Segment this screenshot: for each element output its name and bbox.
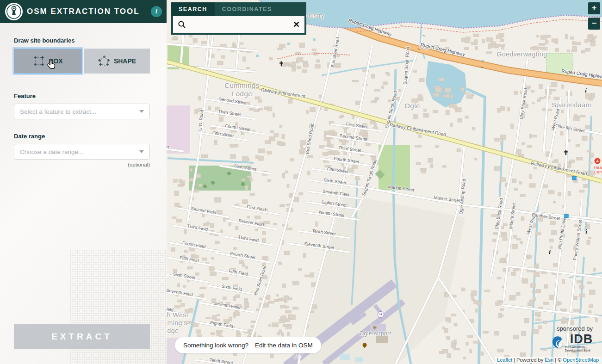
tab-search[interactable]: SEARCH [171, 2, 215, 16]
tab-coordinates[interactable]: COORDINATES [215, 2, 279, 16]
chevron-down-icon [139, 150, 144, 153]
search-icon [178, 20, 186, 29]
feature-label: Feature [14, 93, 36, 99]
info-icon[interactable]: i [151, 6, 162, 17]
idb-wordmark: IDB [565, 333, 598, 345]
map[interactable]: IndustryOgleGoedverwagtingSparendaamCumm… [167, 0, 602, 364]
optional-note: (optional) [14, 162, 150, 167]
attribution-sep: | Powered by [512, 357, 545, 363]
draw-box-button[interactable]: BOX [14, 49, 82, 74]
app-logo-icon [5, 2, 23, 21]
box-draw-icon [33, 55, 45, 67]
sidebar: Draw site boundaries BOX SHAPE [0, 0, 167, 364]
extract-button[interactable]: EXTRACT [14, 324, 150, 349]
openstreetmap-link[interactable]: OpenStreetMap [563, 357, 599, 363]
sponsor-block: sponsored by IDB Inter-American Developm… [552, 325, 598, 352]
search-panel: SEARCH COORDINATES ✕ [171, 2, 306, 35]
map-attribution: Leaflet | Powered by Esri | © OpenStreet… [495, 357, 601, 363]
feature-placeholder: Select a feature to extract... [20, 108, 96, 115]
leaflet-link[interactable]: Leaflet [497, 357, 512, 363]
feature-select[interactable]: Select a feature to extract... [14, 104, 150, 119]
date-range-select[interactable]: Choose a date range... [14, 144, 150, 160]
attribution-sep: | © [553, 357, 563, 363]
search-tabbar: SEARCH COORDINATES [171, 2, 306, 16]
edit-osm-link[interactable]: Edit the data in OSM [255, 342, 313, 349]
shape-button-label: SHAPE [114, 57, 136, 65]
date-range-label: Date range [14, 133, 45, 140]
feedback-prompt: Something look wrong? [183, 342, 248, 349]
chevron-down-icon [139, 110, 144, 113]
draw-shape-button[interactable]: SHAPE [84, 49, 150, 74]
zoom-out-button[interactable]: − [588, 18, 600, 30]
app-header: OSM EXTRACTION TOOL i [0, 0, 167, 23]
osm-extraction-tool-app: { "app": { "title": "OSM EXTRACTION TOOL… [0, 0, 602, 364]
search-input[interactable] [189, 20, 290, 29]
idb-logo-icon [552, 333, 564, 352]
idb-subtitle: Inter-American Development Bank [565, 345, 598, 352]
clear-search-icon[interactable]: ✕ [293, 16, 300, 33]
osm-feedback-pill: Something look wrong? Edit the data in O… [175, 337, 321, 353]
map-basemap [167, 0, 602, 364]
box-button-label: BOX [49, 57, 62, 65]
zoom-in-button[interactable]: + [588, 2, 600, 14]
search-row: ✕ [173, 16, 304, 33]
draw-boundaries-label: Draw site boundaries [14, 37, 74, 44]
sponsored-by-text: sponsored by [552, 325, 598, 332]
shape-draw-icon [98, 55, 110, 67]
esri-link[interactable]: Esri [545, 357, 553, 363]
app-title: OSM EXTRACTION TOOL [27, 0, 140, 23]
date-placeholder: Choose a date range... [20, 148, 83, 155]
